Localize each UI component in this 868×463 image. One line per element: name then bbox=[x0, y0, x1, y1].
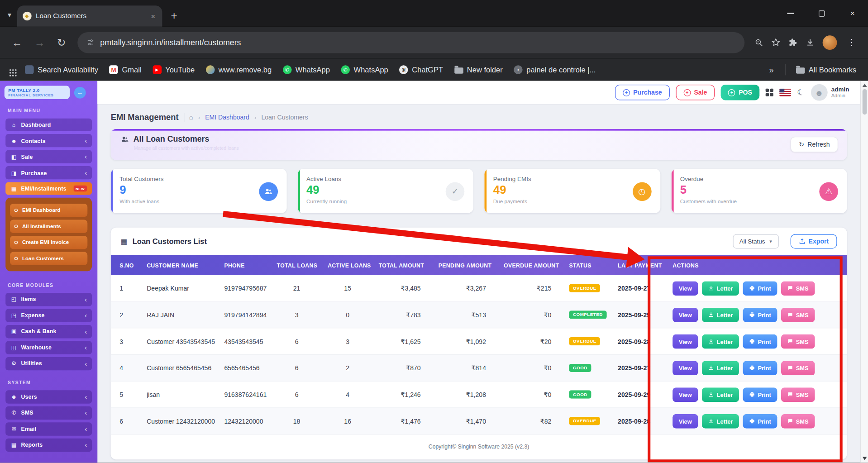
sms-button[interactable]: SMS bbox=[781, 361, 815, 375]
forward-icon[interactable]: → bbox=[29, 36, 50, 48]
sidebar-item[interactable]: ✆ SMS ‹ bbox=[5, 406, 92, 419]
letter-button[interactable]: Letter bbox=[702, 387, 739, 402]
tab-search-chevron-icon[interactable]: ▾ bbox=[0, 10, 17, 26]
browser-tab[interactable]: ◆ Loan Customers × bbox=[17, 5, 162, 26]
site-info-icon[interactable] bbox=[86, 38, 95, 46]
us-flag-icon[interactable] bbox=[779, 89, 791, 96]
sidebar-item[interactable]: ◨ Purchase ‹ bbox=[5, 166, 92, 179]
letter-button[interactable]: Letter bbox=[702, 414, 739, 428]
apps-grid-icon[interactable] bbox=[765, 88, 773, 96]
letter-button[interactable]: Letter bbox=[702, 334, 739, 348]
print-button[interactable]: Print bbox=[743, 387, 777, 402]
zoom-icon[interactable] bbox=[754, 38, 763, 47]
submenu-item[interactable]: All Installments bbox=[10, 220, 87, 233]
refresh-button[interactable]: ↻Refresh bbox=[791, 137, 838, 152]
submenu-item-label: Loan Customers bbox=[22, 255, 64, 262]
bookmark-chatgpt[interactable]: ChatGPT bbox=[394, 62, 448, 77]
bookmark-search-availability[interactable]: Search Availability bbox=[20, 62, 103, 77]
breadcrumb-emi-dashboard[interactable]: EMI Dashboard bbox=[205, 114, 249, 120]
purchase-button[interactable]: Purchase bbox=[615, 85, 670, 100]
print-button[interactable]: Print bbox=[743, 334, 777, 348]
sms-button[interactable]: SMS bbox=[781, 281, 815, 296]
apps-grid-icon[interactable] bbox=[10, 69, 11, 71]
tab-close-icon[interactable]: × bbox=[150, 12, 157, 21]
reload-icon[interactable]: ↻ bbox=[52, 36, 71, 49]
printer-icon bbox=[749, 312, 755, 318]
letter-button[interactable]: Letter bbox=[702, 281, 739, 296]
scroll-up-arrow[interactable] bbox=[862, 84, 867, 87]
bookmark-whatsapp-2[interactable]: WhatsApp bbox=[336, 62, 393, 77]
sidebar-item-emi-installments[interactable]: ▦ EMI/Installments NEW bbox=[5, 182, 92, 195]
print-button[interactable]: Print bbox=[743, 307, 777, 322]
browser-menu-icon[interactable]: ⋮ bbox=[845, 37, 858, 48]
bullet-icon bbox=[14, 241, 18, 244]
sidebar-item[interactable]: ▤ Reports ‹ bbox=[5, 438, 92, 451]
bookmark-youtube[interactable]: YouTube bbox=[148, 62, 200, 77]
submenu-item[interactable]: EMI Dashboard bbox=[10, 204, 87, 217]
minimize-button[interactable] bbox=[775, 0, 806, 27]
view-label: View bbox=[679, 391, 692, 398]
view-button[interactable]: View bbox=[672, 414, 698, 428]
letter-button[interactable]: Letter bbox=[702, 307, 739, 322]
status-filter-select[interactable]: All Status▾ bbox=[733, 234, 779, 248]
sidebar-item[interactable]: ◳ Expense ‹ bbox=[5, 309, 92, 322]
scroll-down-arrow[interactable] bbox=[863, 457, 867, 460]
customers-icon bbox=[121, 135, 129, 143]
sidebar-item-label: EMI/Installments bbox=[21, 186, 69, 191]
view-button[interactable]: View bbox=[672, 361, 698, 375]
submenu-item[interactable]: Create EMI Invoice bbox=[10, 236, 87, 249]
sidebar-collapse-button[interactable]: ← bbox=[74, 86, 86, 98]
extensions-puzzle-icon[interactable] bbox=[788, 38, 798, 47]
sms-button[interactable]: SMS bbox=[781, 307, 815, 322]
sidebar-item[interactable]: ◧ Sale ‹ bbox=[5, 150, 92, 163]
export-button[interactable]: Export bbox=[790, 234, 837, 248]
letter-button[interactable]: Letter bbox=[702, 361, 739, 375]
bookmark-removebg[interactable]: www.remove.bg bbox=[201, 62, 277, 77]
page-scrollbar[interactable] bbox=[860, 81, 868, 463]
new-tab-button[interactable]: + bbox=[171, 10, 177, 22]
address-bar[interactable]: pmtally.singinn.in/installment/customers bbox=[77, 32, 744, 53]
bookmark-gmail[interactable]: Gmail bbox=[104, 62, 146, 77]
close-button[interactable]: × bbox=[837, 0, 868, 27]
view-button[interactable]: View bbox=[672, 281, 698, 296]
sidebar-item[interactable]: ⚙ Utilities ‹ bbox=[5, 357, 92, 370]
view-button[interactable]: View bbox=[672, 387, 698, 402]
print-button[interactable]: Print bbox=[743, 281, 777, 296]
back-icon[interactable]: ← bbox=[7, 36, 27, 48]
all-bookmarks-button[interactable]: All Bookmarks bbox=[791, 63, 862, 77]
print-button[interactable]: Print bbox=[743, 414, 777, 428]
bookmark-new-folder[interactable]: New folder bbox=[449, 63, 508, 77]
sms-button[interactable]: SMS bbox=[781, 334, 815, 348]
sidebar-item[interactable]: ◰ Items ‹ bbox=[5, 292, 92, 305]
view-button[interactable]: View bbox=[672, 334, 698, 348]
sidebar-item[interactable]: ☻ Contacts ‹ bbox=[5, 134, 92, 147]
maximize-button[interactable] bbox=[806, 0, 837, 27]
bookmark-painel[interactable]: painel de controle |... bbox=[509, 62, 601, 77]
sidebar-item[interactable]: ☻ Users ‹ bbox=[5, 390, 92, 403]
sidebar-item-label: Email bbox=[21, 426, 81, 432]
tab-title: Loan Customers bbox=[36, 12, 145, 20]
table-row: 5 jisan 916387624161 6 4 ₹1,246 ₹1,208 ₹… bbox=[111, 382, 847, 408]
view-button[interactable]: View bbox=[672, 307, 698, 322]
scrollbar-thumb[interactable] bbox=[862, 89, 867, 115]
sidebar-item[interactable]: ✉ Email ‹ bbox=[5, 422, 92, 435]
url-text[interactable]: pmtally.singinn.in/installment/customers bbox=[100, 38, 735, 47]
home-icon[interactable]: ⌂ bbox=[189, 113, 193, 121]
submenu-item[interactable]: Loan Customers bbox=[10, 252, 87, 265]
pos-button[interactable]: POS bbox=[721, 85, 759, 100]
user-menu[interactable]: ☻ admin Admin bbox=[811, 84, 849, 101]
download-icon[interactable] bbox=[806, 38, 815, 47]
sale-button[interactable]: Sale bbox=[676, 85, 715, 100]
sms-button[interactable]: SMS bbox=[781, 414, 815, 428]
profile-avatar[interactable] bbox=[823, 35, 837, 50]
status-badge: OVERDUE bbox=[569, 337, 600, 345]
sidebar-item[interactable]: ⌂ Dashboard bbox=[5, 119, 92, 131]
dark-mode-moon-icon[interactable]: ☾ bbox=[796, 87, 806, 99]
bookmark-star-icon[interactable] bbox=[771, 38, 781, 47]
sidebar-item[interactable]: ▣ Cash & Bank ‹ bbox=[5, 325, 92, 338]
bookmarks-overflow-chevron[interactable]: » bbox=[763, 65, 779, 75]
sidebar-item[interactable]: ◫ Warehouse ‹ bbox=[5, 341, 92, 354]
sms-button[interactable]: SMS bbox=[781, 387, 815, 402]
print-button[interactable]: Print bbox=[743, 361, 777, 375]
bookmark-whatsapp-1[interactable]: WhatsApp bbox=[278, 62, 335, 77]
